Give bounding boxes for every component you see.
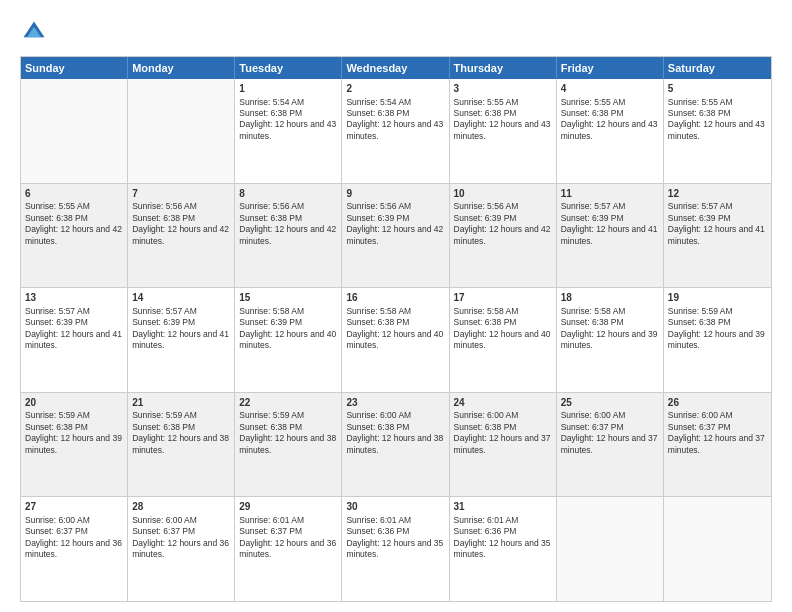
sunset-text: Sunset: 6:39 PM xyxy=(346,213,444,224)
sunset-text: Sunset: 6:38 PM xyxy=(132,422,230,433)
calendar-week-1: 1Sunrise: 5:54 AMSunset: 6:38 PMDaylight… xyxy=(21,79,771,183)
calendar-day-empty xyxy=(21,79,128,183)
calendar-body: 1Sunrise: 5:54 AMSunset: 6:38 PMDaylight… xyxy=(21,79,771,601)
calendar-day-13: 13Sunrise: 5:57 AMSunset: 6:39 PMDayligh… xyxy=(21,288,128,392)
daylight-text: Daylight: 12 hours and 36 minutes. xyxy=(25,538,123,561)
sunset-text: Sunset: 6:39 PM xyxy=(239,317,337,328)
day-number: 23 xyxy=(346,396,444,410)
calendar-week-5: 27Sunrise: 6:00 AMSunset: 6:37 PMDayligh… xyxy=(21,496,771,601)
calendar-day-14: 14Sunrise: 5:57 AMSunset: 6:39 PMDayligh… xyxy=(128,288,235,392)
calendar-day-18: 18Sunrise: 5:58 AMSunset: 6:38 PMDayligh… xyxy=(557,288,664,392)
calendar-day-20: 20Sunrise: 5:59 AMSunset: 6:38 PMDayligh… xyxy=(21,393,128,497)
calendar-day-12: 12Sunrise: 5:57 AMSunset: 6:39 PMDayligh… xyxy=(664,184,771,288)
calendar-day-21: 21Sunrise: 5:59 AMSunset: 6:38 PMDayligh… xyxy=(128,393,235,497)
day-number: 7 xyxy=(132,187,230,201)
sunset-text: Sunset: 6:39 PM xyxy=(668,213,767,224)
sunrise-text: Sunrise: 5:56 AM xyxy=(132,201,230,212)
sunrise-text: Sunrise: 5:56 AM xyxy=(346,201,444,212)
daylight-text: Daylight: 12 hours and 38 minutes. xyxy=(346,433,444,456)
day-number: 24 xyxy=(454,396,552,410)
sunrise-text: Sunrise: 5:57 AM xyxy=(668,201,767,212)
day-number: 28 xyxy=(132,500,230,514)
daylight-text: Daylight: 12 hours and 41 minutes. xyxy=(561,224,659,247)
day-number: 11 xyxy=(561,187,659,201)
sunrise-text: Sunrise: 6:00 AM xyxy=(346,410,444,421)
sunset-text: Sunset: 6:39 PM xyxy=(454,213,552,224)
sunset-text: Sunset: 6:37 PM xyxy=(668,422,767,433)
day-number: 6 xyxy=(25,187,123,201)
sunrise-text: Sunrise: 5:59 AM xyxy=(668,306,767,317)
sunrise-text: Sunrise: 6:00 AM xyxy=(668,410,767,421)
sunrise-text: Sunrise: 5:57 AM xyxy=(132,306,230,317)
sunset-text: Sunset: 6:38 PM xyxy=(25,422,123,433)
daylight-text: Daylight: 12 hours and 42 minutes. xyxy=(239,224,337,247)
sunset-text: Sunset: 6:38 PM xyxy=(239,422,337,433)
calendar-day-26: 26Sunrise: 6:00 AMSunset: 6:37 PMDayligh… xyxy=(664,393,771,497)
daylight-text: Daylight: 12 hours and 37 minutes. xyxy=(561,433,659,456)
day-number: 14 xyxy=(132,291,230,305)
calendar-day-6: 6Sunrise: 5:55 AMSunset: 6:38 PMDaylight… xyxy=(21,184,128,288)
sunset-text: Sunset: 6:39 PM xyxy=(25,317,123,328)
calendar-day-25: 25Sunrise: 6:00 AMSunset: 6:37 PMDayligh… xyxy=(557,393,664,497)
daylight-text: Daylight: 12 hours and 40 minutes. xyxy=(346,329,444,352)
daylight-text: Daylight: 12 hours and 41 minutes. xyxy=(668,224,767,247)
daylight-text: Daylight: 12 hours and 41 minutes. xyxy=(25,329,123,352)
sunrise-text: Sunrise: 5:54 AM xyxy=(239,97,337,108)
sunset-text: Sunset: 6:37 PM xyxy=(561,422,659,433)
sunset-text: Sunset: 6:38 PM xyxy=(346,317,444,328)
sunrise-text: Sunrise: 6:01 AM xyxy=(239,515,337,526)
sunset-text: Sunset: 6:38 PM xyxy=(454,422,552,433)
sunset-text: Sunset: 6:38 PM xyxy=(454,108,552,119)
sunrise-text: Sunrise: 5:59 AM xyxy=(132,410,230,421)
daylight-text: Daylight: 12 hours and 43 minutes. xyxy=(454,119,552,142)
calendar-day-4: 4Sunrise: 5:55 AMSunset: 6:38 PMDaylight… xyxy=(557,79,664,183)
weekday-header-thursday: Thursday xyxy=(450,57,557,79)
header xyxy=(20,18,772,46)
calendar-day-3: 3Sunrise: 5:55 AMSunset: 6:38 PMDaylight… xyxy=(450,79,557,183)
sunrise-text: Sunrise: 5:56 AM xyxy=(239,201,337,212)
sunset-text: Sunset: 6:38 PM xyxy=(346,108,444,119)
day-number: 4 xyxy=(561,82,659,96)
day-number: 17 xyxy=(454,291,552,305)
weekday-header-friday: Friday xyxy=(557,57,664,79)
day-number: 21 xyxy=(132,396,230,410)
weekday-header-sunday: Sunday xyxy=(21,57,128,79)
sunset-text: Sunset: 6:38 PM xyxy=(668,108,767,119)
sunrise-text: Sunrise: 5:55 AM xyxy=(25,201,123,212)
calendar-week-4: 20Sunrise: 5:59 AMSunset: 6:38 PMDayligh… xyxy=(21,392,771,497)
calendar-day-1: 1Sunrise: 5:54 AMSunset: 6:38 PMDaylight… xyxy=(235,79,342,183)
calendar-day-10: 10Sunrise: 5:56 AMSunset: 6:39 PMDayligh… xyxy=(450,184,557,288)
sunrise-text: Sunrise: 5:59 AM xyxy=(25,410,123,421)
calendar-day-22: 22Sunrise: 5:59 AMSunset: 6:38 PMDayligh… xyxy=(235,393,342,497)
sunset-text: Sunset: 6:37 PM xyxy=(25,526,123,537)
day-number: 27 xyxy=(25,500,123,514)
logo-icon xyxy=(20,18,48,46)
daylight-text: Daylight: 12 hours and 43 minutes. xyxy=(561,119,659,142)
daylight-text: Daylight: 12 hours and 37 minutes. xyxy=(454,433,552,456)
calendar-day-5: 5Sunrise: 5:55 AMSunset: 6:38 PMDaylight… xyxy=(664,79,771,183)
daylight-text: Daylight: 12 hours and 35 minutes. xyxy=(454,538,552,561)
sunset-text: Sunset: 6:38 PM xyxy=(454,317,552,328)
calendar-header-row: SundayMondayTuesdayWednesdayThursdayFrid… xyxy=(21,57,771,79)
sunset-text: Sunset: 6:38 PM xyxy=(561,317,659,328)
day-number: 16 xyxy=(346,291,444,305)
calendar-day-30: 30Sunrise: 6:01 AMSunset: 6:36 PMDayligh… xyxy=(342,497,449,601)
day-number: 29 xyxy=(239,500,337,514)
calendar-day-24: 24Sunrise: 6:00 AMSunset: 6:38 PMDayligh… xyxy=(450,393,557,497)
sunset-text: Sunset: 6:36 PM xyxy=(346,526,444,537)
calendar-day-2: 2Sunrise: 5:54 AMSunset: 6:38 PMDaylight… xyxy=(342,79,449,183)
day-number: 30 xyxy=(346,500,444,514)
daylight-text: Daylight: 12 hours and 41 minutes. xyxy=(132,329,230,352)
sunrise-text: Sunrise: 5:58 AM xyxy=(561,306,659,317)
sunrise-text: Sunrise: 5:55 AM xyxy=(668,97,767,108)
sunrise-text: Sunrise: 6:00 AM xyxy=(25,515,123,526)
daylight-text: Daylight: 12 hours and 35 minutes. xyxy=(346,538,444,561)
calendar-day-11: 11Sunrise: 5:57 AMSunset: 6:39 PMDayligh… xyxy=(557,184,664,288)
calendar-week-2: 6Sunrise: 5:55 AMSunset: 6:38 PMDaylight… xyxy=(21,183,771,288)
daylight-text: Daylight: 12 hours and 39 minutes. xyxy=(25,433,123,456)
sunrise-text: Sunrise: 5:59 AM xyxy=(239,410,337,421)
sunset-text: Sunset: 6:38 PM xyxy=(132,213,230,224)
sunrise-text: Sunrise: 6:01 AM xyxy=(454,515,552,526)
sunrise-text: Sunrise: 5:55 AM xyxy=(561,97,659,108)
daylight-text: Daylight: 12 hours and 42 minutes. xyxy=(132,224,230,247)
